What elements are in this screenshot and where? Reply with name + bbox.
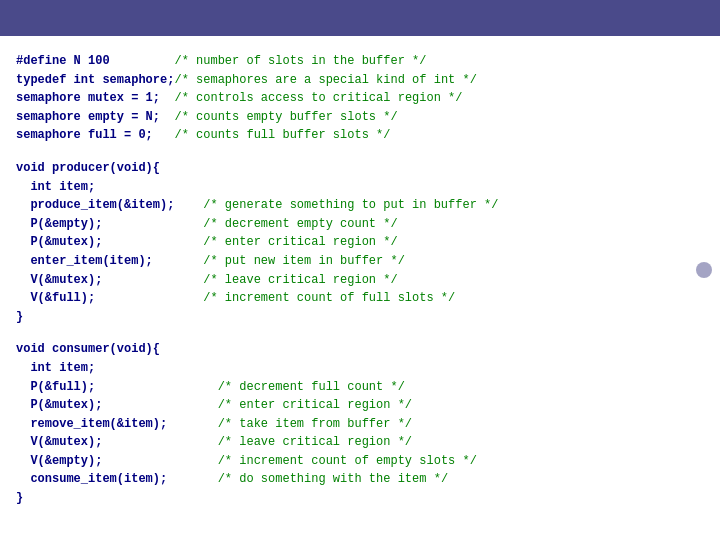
page-number-area <box>600 0 720 36</box>
producer-header: void producer(void){ <box>16 159 700 178</box>
define-line: semaphore mutex = 1; /* controls access … <box>16 89 700 108</box>
define-line: semaphore empty = N; /* counts empty buf… <box>16 108 700 127</box>
consumer-header: void consumer(void){ <box>16 340 700 359</box>
consumer-line: V(&mutex); /* leave critical region */ <box>16 433 700 452</box>
title-area <box>0 0 600 36</box>
consumer-line: P(&mutex); /* enter critical region */ <box>16 396 700 415</box>
producer-line: produce_item(&item); /* generate somethi… <box>16 196 700 215</box>
define-line: #define N 100 /* number of slots in the … <box>16 52 700 71</box>
consumer-line: P(&full); /* decrement full count */ <box>16 378 700 397</box>
consumer-line: consume_item(item); /* do something with… <box>16 470 700 489</box>
defines-block: #define N 100 /* number of slots in the … <box>16 52 700 145</box>
producer-line: V(&full); /* increment count of full slo… <box>16 289 700 308</box>
producer-line: int item; <box>16 178 700 197</box>
right-edge-decoration <box>696 262 712 278</box>
producer-line: enter_item(item); /* put new item in buf… <box>16 252 700 271</box>
consumer-close: } <box>16 489 700 508</box>
producer-block: void producer(void){ int item; produce_i… <box>16 159 700 326</box>
define-line: semaphore full = 0; /* counts full buffe… <box>16 126 700 145</box>
producer-line: P(&empty); /* decrement empty count */ <box>16 215 700 234</box>
producer-line: P(&mutex); /* enter critical region */ <box>16 233 700 252</box>
slide-container: #define N 100 /* number of slots in the … <box>0 0 720 540</box>
consumer-line: remove_item(&item); /* take item from bu… <box>16 415 700 434</box>
consumer-block: void consumer(void){ int item; P(&full);… <box>16 340 700 507</box>
consumer-line: int item; <box>16 359 700 378</box>
define-line: typedef int semaphore;/* semaphores are … <box>16 71 700 90</box>
producer-close: } <box>16 308 700 327</box>
content-area: #define N 100 /* number of slots in the … <box>0 36 720 540</box>
consumer-line: V(&empty); /* increment count of empty s… <box>16 452 700 471</box>
producer-line: V(&mutex); /* leave critical region */ <box>16 271 700 290</box>
